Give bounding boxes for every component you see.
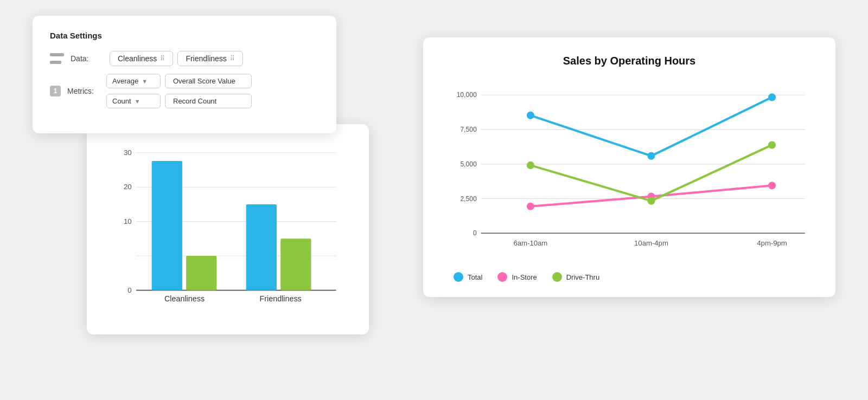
- scene: Data Settings Data: Cleanliness ⠿ Friend…: [33, 16, 835, 384]
- metric-badge: 1: [50, 86, 61, 96]
- line-chart-panel: Sales by Operating Hours 0 2,500 5,000 7…: [423, 37, 835, 297]
- bar-chart-panel: 30 20 10 0 Cleanliness Friendliness: [87, 124, 369, 334]
- tag-cleanliness[interactable]: Cleanliness ⠿: [110, 51, 173, 66]
- tags-group: Cleanliness ⠿ Friendliness ⠿: [110, 51, 243, 66]
- svg-point-33: [768, 182, 776, 189]
- legend-instore-dot: [497, 272, 507, 282]
- legend-drivethru-dot: [552, 272, 562, 282]
- svg-point-35: [647, 197, 655, 205]
- data-label: Data:: [71, 54, 103, 63]
- svg-point-36: [768, 141, 776, 149]
- svg-rect-12: [280, 238, 311, 290]
- legend-total-dot: [454, 272, 463, 282]
- settings-panel: Data Settings Data: Cleanliness ⠿ Friend…: [33, 16, 336, 133]
- legend-instore-label: In-Store: [512, 273, 537, 281]
- svg-point-31: [527, 203, 534, 210]
- metric2-type-label: Count: [112, 97, 131, 105]
- legend-instore: In-Store: [497, 272, 537, 282]
- svg-text:6am-10am: 6am-10am: [513, 239, 547, 247]
- tag-friendliness[interactable]: Friendliness ⠿: [177, 51, 242, 66]
- svg-point-30: [768, 93, 776, 101]
- metric2-type-select[interactable]: Count ▼: [106, 94, 161, 108]
- svg-point-29: [647, 152, 655, 160]
- legend: Total In-Store Drive-Thru: [443, 272, 816, 282]
- legend-total-label: Total: [468, 273, 482, 281]
- svg-rect-10: [186, 256, 216, 290]
- svg-text:7,500: 7,500: [460, 126, 477, 133]
- tag-cleanliness-dots: ⠿: [160, 55, 165, 62]
- svg-rect-9: [152, 161, 182, 291]
- metric-row-1: Average ▼ Overall Score Value: [106, 74, 252, 88]
- svg-text:Friendliness: Friendliness: [260, 294, 302, 303]
- svg-text:4pm-9pm: 4pm-9pm: [757, 239, 787, 247]
- metrics-row: 1 Metrics: Average ▼ Overall Score Value…: [50, 74, 319, 108]
- svg-text:10,000: 10,000: [457, 91, 477, 99]
- metric1-type-select[interactable]: Average ▼: [106, 74, 161, 88]
- metric2-arrow-icon: ▼: [135, 98, 141, 105]
- svg-text:10am-4pm: 10am-4pm: [634, 239, 668, 247]
- tag-cleanliness-label: Cleanliness: [118, 54, 157, 63]
- svg-point-34: [527, 162, 534, 169]
- svg-text:2,500: 2,500: [460, 195, 477, 203]
- data-row: Data: Cleanliness ⠿ Friendliness ⠿: [50, 51, 319, 66]
- panel-title: Data Settings: [50, 31, 319, 40]
- tag-friendliness-label: Friendliness: [186, 54, 226, 63]
- metric1-value: Overall Score Value: [165, 74, 252, 88]
- svg-text:0: 0: [127, 286, 131, 294]
- svg-text:10: 10: [124, 217, 132, 225]
- svg-text:0: 0: [473, 229, 477, 237]
- data-icon: [50, 53, 64, 64]
- svg-point-28: [527, 112, 534, 119]
- legend-drivethru: Drive-Thru: [552, 272, 599, 282]
- line-chart-svg: 0 2,500 5,000 7,500 10,000 6am-10am 10am…: [443, 78, 816, 262]
- svg-text:Cleanliness: Cleanliness: [164, 294, 205, 303]
- metric1-arrow-icon: ▼: [142, 78, 148, 85]
- svg-text:30: 30: [124, 149, 132, 157]
- legend-total: Total: [454, 272, 482, 282]
- metrics-col: Average ▼ Overall Score Value Count ▼ Re…: [106, 74, 252, 108]
- svg-text:20: 20: [124, 183, 132, 191]
- metrics-label: Metrics:: [67, 87, 100, 95]
- metric1-type-label: Average: [112, 77, 138, 85]
- metric-row-2: Count ▼ Record Count: [106, 94, 252, 108]
- chart-title: Sales by Operating Hours: [443, 55, 816, 67]
- svg-text:5,000: 5,000: [460, 160, 477, 168]
- tag-friendliness-dots: ⠿: [230, 55, 235, 62]
- svg-rect-11: [246, 204, 277, 291]
- legend-drivethru-label: Drive-Thru: [566, 273, 599, 281]
- metric2-value: Record Count: [165, 94, 252, 108]
- bar-chart-svg: 30 20 10 0 Cleanliness Friendliness: [114, 144, 347, 317]
